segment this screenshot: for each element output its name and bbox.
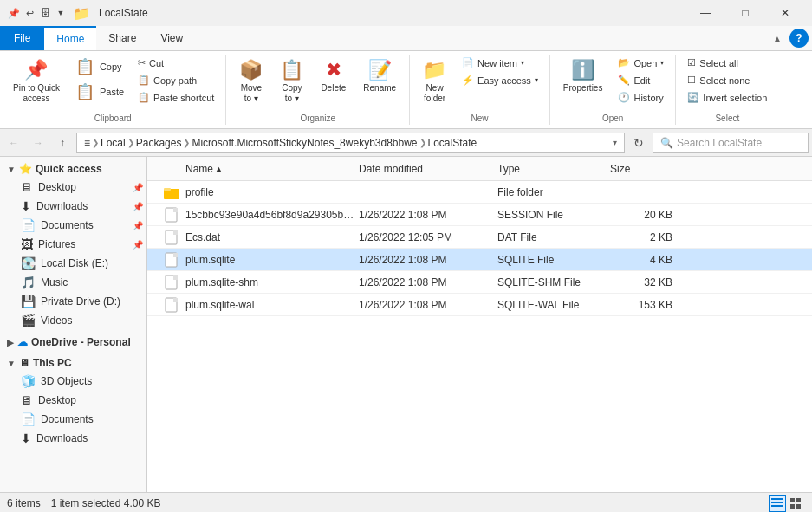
ribbon-collapse-button[interactable]: ▲: [769, 29, 786, 47]
rename-button[interactable]: 📝 Rename: [355, 55, 404, 97]
close-button[interactable]: ✕: [765, 0, 805, 26]
svg-rect-16: [796, 498, 801, 502]
svg-rect-3: [173, 208, 178, 212]
new-item-button[interactable]: 📄 New item ▾: [456, 55, 544, 71]
svg-rect-13: [771, 502, 783, 503]
search-placeholder: Search LocalState: [677, 137, 762, 149]
redo-icon[interactable]: 🗄: [38, 6, 52, 20]
column-type[interactable]: Type: [497, 163, 610, 175]
onedrive-header[interactable]: ▶ ☁ OneDrive - Personal: [0, 334, 146, 351]
file-name: profile: [185, 186, 359, 198]
open-button[interactable]: 📂 Open ▾: [612, 55, 670, 71]
file-type: SQLITE-WAL File: [497, 299, 610, 311]
statusbar: 6 items 1 item selected 4.00 KB: [0, 492, 812, 512]
downloads-label: Downloads: [36, 200, 88, 212]
desktop-icon: 🖥: [21, 180, 33, 194]
quick-access-header[interactable]: ▼ ⭐ Quick access: [0, 160, 146, 178]
sidebar-item-videos[interactable]: 🎬 Videos: [0, 311, 146, 330]
forward-button[interactable]: →: [28, 133, 49, 153]
file-date: 1/26/2022 1:08 PM: [359, 209, 497, 221]
file-date: 1/26/2022 1:08 PM: [359, 254, 497, 266]
copy-to-button[interactable]: 📋 Copyto ▾: [272, 55, 311, 108]
file-type: SQLITE File: [497, 254, 610, 266]
svg-rect-12: [771, 498, 783, 500]
copy-path-button[interactable]: 📋 Copy path: [132, 72, 220, 88]
address-dropdown-icon[interactable]: ▾: [613, 138, 617, 147]
file-name: Ecs.dat: [185, 231, 359, 243]
breadcrumb-packages[interactable]: Packages: [136, 137, 182, 149]
tab-share[interactable]: Share: [96, 26, 148, 50]
sidebar-item-desktop-pc[interactable]: 🖥 Desktop: [0, 391, 146, 410]
move-to-button[interactable]: 📦 Moveto ▾: [231, 55, 270, 108]
file-date: 1/26/2022 1:08 PM: [359, 276, 497, 288]
sidebar-item-documents-quick[interactable]: 📄 Documents 📌: [0, 216, 146, 235]
refresh-button[interactable]: ↻: [628, 133, 649, 153]
statusbar-left: 6 items 1 item selected 4.00 KB: [7, 497, 160, 509]
column-size[interactable]: Size: [610, 163, 679, 175]
sidebar-item-localdisk-e[interactable]: 💽 Local Disk (E:): [0, 254, 146, 273]
address-bar[interactable]: ≡ ❯ Local ❯ Packages ❯ Microsoft.Microso…: [76, 133, 625, 153]
open-col: 📂 Open ▾ ✏️ Edit 🕐 History: [612, 55, 670, 120]
new-folder-button[interactable]: 📁 Newfolder: [415, 55, 454, 108]
properties-button[interactable]: ℹ️ Properties: [555, 55, 611, 97]
this-pc-header[interactable]: ▼ 🖥 This PC: [0, 354, 146, 372]
delete-button[interactable]: ✖ Delete: [313, 55, 354, 97]
sidebar-item-pictures-quick[interactable]: 🖼 Pictures 📌: [0, 235, 146, 254]
breadcrumb-app[interactable]: Microsoft.MicrosoftStickyNotes_8wekyb3d8…: [192, 137, 417, 149]
breadcrumb-localstate[interactable]: LocalState: [428, 137, 477, 149]
svg-rect-7: [173, 253, 178, 257]
invert-selection-button[interactable]: 🔄 Invert selection: [681, 89, 773, 106]
file-row[interactable]: 15cbbc93e90a4d56bf8d9a29305b8981.sto... …: [147, 204, 812, 226]
breadcrumb-item[interactable]: ≡: [84, 137, 90, 149]
details-view-button[interactable]: [769, 495, 786, 512]
paste-shortcut-button[interactable]: 📋 Paste shortcut: [132, 89, 220, 106]
large-icons-view-button[interactable]: [788, 495, 805, 512]
pin-icon[interactable]: 📌: [7, 6, 21, 20]
column-name[interactable]: Name ▲: [151, 163, 359, 175]
breadcrumb-local[interactable]: Local: [101, 137, 126, 149]
sidebar-item-private-drive[interactable]: 💾 Private Drive (D:): [0, 292, 146, 311]
tab-view[interactable]: View: [148, 26, 195, 50]
file-row[interactable]: plum.sqlite-shm 1/26/2022 1:08 PM SQLITE…: [147, 271, 812, 294]
easy-access-button[interactable]: ⚡ Easy access ▾: [456, 72, 544, 88]
copy-button[interactable]: 📋 Copy: [69, 55, 130, 79]
file-row[interactable]: profile File folder: [147, 181, 812, 204]
select-none-icon: ☐: [687, 75, 696, 86]
cut-button[interactable]: ✂ Cut: [132, 55, 220, 71]
onedrive-icon: ☁: [17, 336, 28, 348]
clipboard-group-label: Clipboard: [0, 113, 225, 123]
new-group-label: New: [410, 113, 549, 123]
file-row-selected[interactable]: plum.sqlite 1/26/2022 1:08 PM SQLITE Fil…: [147, 249, 812, 271]
edit-button[interactable]: ✏️ Edit: [612, 72, 670, 88]
up-button[interactable]: ↑: [52, 133, 73, 153]
titlebar-left: 📌 ↩ 🗄 ▼ 📁 LocalState: [7, 5, 148, 22]
history-button[interactable]: 🕐 History: [612, 89, 670, 106]
tab-home[interactable]: Home: [44, 26, 96, 50]
sidebar-item-music[interactable]: 🎵 Music: [0, 273, 146, 292]
search-box[interactable]: 🔍 Search LocalState: [653, 133, 809, 153]
file-row[interactable]: plum.sqlite-wal 1/26/2022 1:08 PM SQLITE…: [147, 294, 812, 316]
sidebar-item-downloads-pc[interactable]: ⬇ Downloads: [0, 429, 146, 448]
maximize-button[interactable]: □: [725, 0, 765, 26]
sidebar-item-3d-objects[interactable]: 🧊 3D Objects: [0, 372, 146, 391]
history-icon: 🕐: [618, 92, 630, 103]
paste-button[interactable]: 📋 Paste: [69, 80, 130, 104]
sidebar-item-downloads-quick[interactable]: ⬇ Downloads 📌: [0, 197, 146, 216]
cut-label: Cut: [149, 58, 164, 68]
tab-file[interactable]: File: [0, 26, 44, 50]
undo-icon[interactable]: ↩: [23, 6, 36, 20]
select-none-button[interactable]: ☐ Select none: [681, 72, 773, 88]
back-button[interactable]: ←: [3, 133, 24, 153]
pin-to-quick-access-button[interactable]: 📌 Pin to Quickaccess: [5, 55, 68, 108]
help-button[interactable]: ?: [789, 29, 809, 48]
sidebar-item-desktop-quick[interactable]: 🖥 Desktop 📌: [0, 178, 146, 197]
select-all-button[interactable]: ☑ Select all: [681, 55, 773, 71]
sidebar-item-documents-pc[interactable]: 📄 Documents: [0, 410, 146, 429]
open-group: ℹ️ Properties 📂 Open ▾ ✏️ Edit 🕐 History: [550, 55, 677, 125]
file-row[interactable]: Ecs.dat 1/26/2022 12:05 PM DAT File 2 KB: [147, 226, 812, 249]
copy-path-icon: 📋: [138, 75, 150, 86]
dropdown-arrow-icon[interactable]: ▼: [54, 6, 68, 20]
minimize-button[interactable]: —: [685, 0, 725, 26]
file-date: 1/26/2022 1:08 PM: [359, 299, 497, 311]
column-date-modified[interactable]: Date modified: [359, 163, 497, 175]
